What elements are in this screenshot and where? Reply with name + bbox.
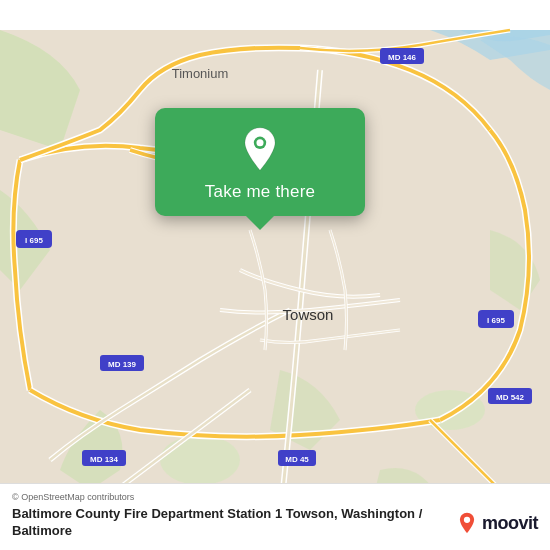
svg-text:MD 134: MD 134 bbox=[90, 455, 119, 464]
popup-card: Take me there bbox=[155, 108, 365, 216]
svg-point-24 bbox=[256, 139, 263, 146]
svg-text:Timonium: Timonium bbox=[172, 66, 229, 81]
location-title: Baltimore County Fire Department Station… bbox=[12, 506, 456, 540]
moovit-brand-text: moovit bbox=[482, 513, 538, 534]
bottom-bar: © OpenStreetMap contributors Baltimore C… bbox=[0, 483, 550, 550]
map-attribution: © OpenStreetMap contributors bbox=[12, 492, 538, 502]
svg-point-1 bbox=[160, 435, 240, 485]
svg-text:I 695: I 695 bbox=[25, 236, 43, 245]
take-me-there-button[interactable]: Take me there bbox=[205, 182, 315, 202]
map-container: I 695 I 695 I 695 MD 146 MD 139 MD 134 M… bbox=[0, 0, 550, 550]
svg-point-25 bbox=[464, 517, 470, 523]
svg-text:Towson: Towson bbox=[283, 306, 334, 323]
moovit-logo: moovit bbox=[456, 512, 538, 534]
svg-text:MD 542: MD 542 bbox=[496, 393, 525, 402]
location-pin-icon bbox=[237, 126, 283, 172]
svg-text:MD 146: MD 146 bbox=[388, 53, 417, 62]
moovit-pin-icon bbox=[456, 512, 478, 534]
svg-text:MD 139: MD 139 bbox=[108, 360, 137, 369]
svg-text:I 695: I 695 bbox=[487, 316, 505, 325]
svg-text:MD 45: MD 45 bbox=[285, 455, 309, 464]
